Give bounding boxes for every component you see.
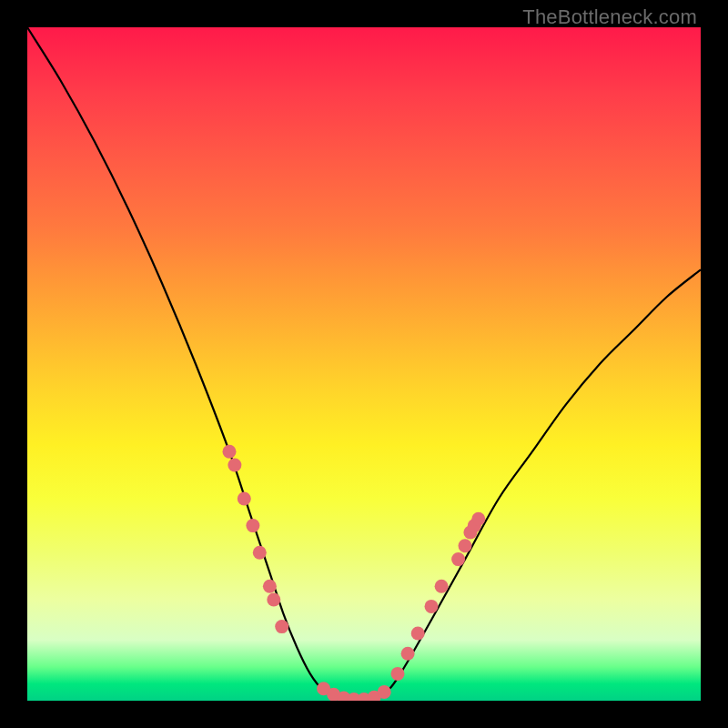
data-point bbox=[267, 593, 280, 607]
data-point bbox=[378, 685, 391, 699]
data-point bbox=[253, 546, 267, 560]
bottleneck-curve-svg bbox=[27, 27, 701, 701]
plot-area bbox=[27, 27, 701, 701]
data-point bbox=[238, 492, 251, 506]
data-point bbox=[246, 519, 259, 532]
data-point bbox=[459, 539, 472, 552]
data-point bbox=[223, 445, 237, 459]
data-point bbox=[275, 620, 288, 633]
watermark-text: TheBottleneck.com bbox=[522, 5, 697, 29]
data-points bbox=[223, 445, 486, 701]
data-point bbox=[401, 647, 415, 661]
data-point bbox=[451, 552, 465, 566]
data-point bbox=[391, 667, 405, 681]
data-point bbox=[228, 459, 241, 472]
chart-frame: TheBottleneck.com bbox=[0, 0, 728, 728]
data-point bbox=[425, 600, 439, 613]
data-point bbox=[435, 580, 449, 593]
data-point bbox=[411, 627, 425, 641]
data-point bbox=[263, 580, 277, 593]
data-point bbox=[471, 512, 485, 526]
bottleneck-curve bbox=[27, 27, 701, 701]
